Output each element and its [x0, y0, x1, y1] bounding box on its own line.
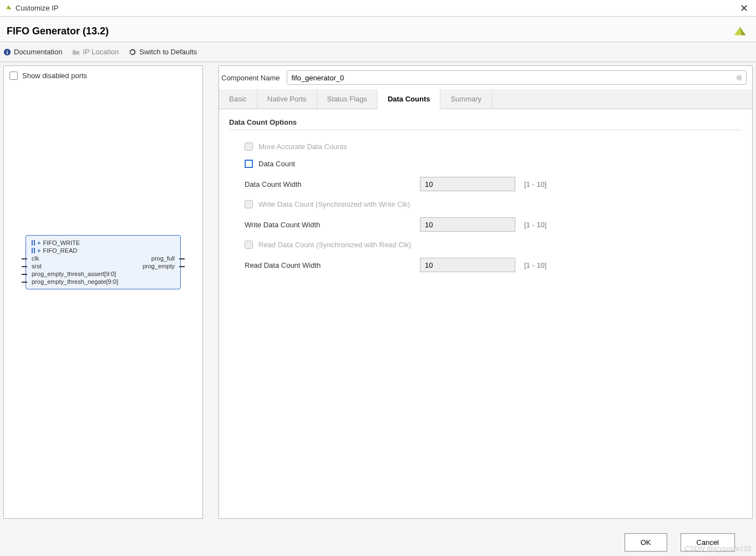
- section-divider: [229, 130, 742, 130]
- write-dc-width-label: Write Data Count Width: [245, 221, 411, 229]
- data-count-label: Data Count: [258, 160, 295, 168]
- read-dc-width-range: [1 - 10]: [524, 261, 546, 269]
- tab-status-flags[interactable]: Status Flags: [317, 89, 378, 109]
- read-dc-row: Read Data Count (Synchronized with Read …: [229, 236, 742, 253]
- write-dc-width-row: Write Data Count Width [1 - 10]: [229, 213, 742, 236]
- port-srst: srst: [32, 263, 42, 269]
- port-clk: clk: [32, 255, 39, 262]
- bus-fifo-read: +FIFO_READ: [32, 247, 175, 254]
- vivado-logo-small-icon: [4, 3, 12, 13]
- show-disabled-ports-checkbox[interactable]: [9, 72, 18, 80]
- switch-defaults-link[interactable]: Switch to Defaults: [129, 48, 197, 56]
- read-dc-width-label: Read Data Count Width: [245, 261, 411, 269]
- port-thresh-assert: prog_empty_thresh_assert[9:0]: [32, 271, 116, 277]
- data-count-width-label: Data Count Width: [245, 180, 411, 188]
- header: FIFO Generator (13.2): [0, 17, 756, 42]
- ip-location-link[interactable]: IP Location: [72, 48, 119, 56]
- close-icon[interactable]: ✕: [737, 2, 752, 14]
- bus-fifo-write: +FIFO_WRITE: [32, 239, 175, 247]
- main-area: Show disabled ports +FIFO_WRITE +FIFO_RE…: [0, 62, 756, 522]
- window-title: Customize IP: [16, 4, 58, 12]
- read-dc-label: Read Data Count (Synchronized with Read …: [258, 241, 411, 249]
- read-dc-checkbox: [245, 241, 253, 249]
- data-count-width-range: [1 - 10]: [524, 180, 546, 188]
- ok-button[interactable]: OK: [625, 533, 667, 552]
- ip-block: +FIFO_WRITE +FIFO_READ clkprog_full srst…: [26, 235, 181, 289]
- left-panel: Show disabled ports +FIFO_WRITE +FIFO_RE…: [3, 65, 203, 519]
- port-prog-empty: prog_empty: [143, 263, 175, 269]
- section-title: Data Count Options: [229, 118, 742, 126]
- write-dc-row: Write Data Count (Synchronized with Writ…: [229, 196, 742, 213]
- data-count-checkbox[interactable]: [245, 160, 253, 168]
- show-disabled-ports-label: Show disabled ports: [22, 72, 87, 80]
- data-count-width-row: Data Count Width [1 - 10]: [229, 172, 742, 196]
- tab-data-counts[interactable]: Data Counts: [378, 89, 441, 109]
- write-dc-label: Write Data Count (Synchronized with Writ…: [258, 200, 410, 208]
- documentation-label: Documentation: [14, 48, 62, 56]
- show-disabled-ports-row[interactable]: Show disabled ports: [9, 72, 197, 80]
- more-accurate-checkbox: [245, 142, 253, 151]
- data-count-width-input[interactable]: [420, 177, 515, 191]
- more-accurate-label: More Accurate Data Counts: [258, 142, 347, 151]
- more-accurate-row: More Accurate Data Counts: [229, 138, 742, 155]
- write-dc-width-input[interactable]: [420, 217, 515, 232]
- watermark: CSDN @icysmile131: [684, 544, 752, 553]
- port-thresh-negate: prog_empty_thresh_negate[9:0]: [32, 278, 118, 285]
- tab-bar: Basic Native Ports Status Flags Data Cou…: [219, 89, 752, 109]
- toolbar: i Documentation IP Location Switch to De…: [0, 42, 756, 62]
- info-icon: i: [3, 48, 11, 56]
- read-dc-width-input[interactable]: [420, 258, 515, 272]
- write-dc-width-range: [1 - 10]: [524, 221, 546, 229]
- refresh-icon: [129, 48, 136, 56]
- switch-defaults-label: Switch to Defaults: [139, 48, 197, 56]
- right-panel: Component Name ⊗ Basic Native Ports Stat…: [219, 65, 753, 519]
- data-count-row[interactable]: Data Count: [229, 155, 742, 172]
- tab-basic[interactable]: Basic: [219, 89, 257, 109]
- clear-icon[interactable]: ⊗: [736, 73, 743, 82]
- tab-native-ports[interactable]: Native Ports: [257, 89, 317, 109]
- tab-summary[interactable]: Summary: [440, 89, 492, 109]
- folder-icon: [72, 48, 80, 56]
- component-name-label: Component Name: [221, 74, 280, 82]
- footer: OK Cancel: [0, 522, 756, 552]
- ip-title: FIFO Generator (13.2): [7, 25, 749, 37]
- component-name-input[interactable]: [292, 71, 732, 84]
- component-name-input-wrap: ⊗: [287, 70, 747, 85]
- read-dc-width-row: Read Data Count Width [1 - 10]: [229, 253, 742, 277]
- component-name-row: Component Name ⊗: [219, 66, 752, 89]
- vivado-logo-icon: [732, 24, 748, 39]
- block-diagram: +FIFO_WRITE +FIFO_READ clkprog_full srst…: [26, 235, 181, 289]
- port-prog-full: prog_full: [151, 255, 175, 262]
- write-dc-checkbox: [245, 200, 253, 208]
- svg-text:i: i: [7, 49, 8, 55]
- documentation-link[interactable]: i Documentation: [3, 48, 62, 56]
- tab-content: Data Count Options More Accurate Data Co…: [219, 109, 752, 518]
- title-bar: Customize IP ✕: [0, 0, 756, 17]
- ip-location-label: IP Location: [83, 48, 119, 56]
